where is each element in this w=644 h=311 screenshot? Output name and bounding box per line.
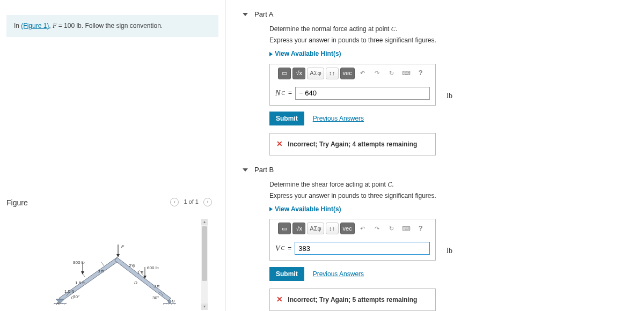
part-b-body: Determine the shear force acting at poin… [269,180,631,311]
part-a-feedback-text: Incorrect; Try Again; 4 attempts remaini… [288,140,417,148]
part-a-input-block: ▭ √x ΑΣφ ↕↑ vec ↶ ↷ ↻ ⌨ ? NC= [269,64,436,106]
ps-prefix: In [14,22,21,29]
part-a-answer-input[interactable] [295,87,430,100]
part-a-previous-answers[interactable]: Previous Answers [313,114,364,123]
point-D: D [134,280,137,285]
figure-link[interactable]: (Figure 1) [21,22,49,29]
figure-counter: 1 of 1 [184,198,199,205]
figure-section: Figure ‹ 1 of 1 › ▴ ▾ [0,198,225,310]
dim-3ft-a: 3 ft [98,269,104,273]
svg-marker-1 [115,257,171,301]
part-b-var: V [275,243,280,254]
angle-left: 30° [73,294,79,299]
part-a-instructions: Express your answer in pounds to three s… [269,36,631,45]
truss-diagram: F 800 lb 600 lb 3 ft 2 ft 1 ft 3 ft [54,240,177,305]
part-b-instructions: Express your answer in pounds to three s… [269,191,631,201]
angle-right: 30° [152,295,159,300]
left-panel: In (Figure 1), F = 100 lb. Follow the si… [0,0,225,311]
part-b-answer-input[interactable] [295,242,430,255]
dim-15a: 1.5 ft [75,280,85,285]
greek-button[interactable]: ΑΣφ [307,223,324,234]
arrow-right-icon [269,52,273,56]
equals-sign: = [288,88,292,98]
part-b-header[interactable]: Part B [243,165,631,175]
scroll-down-icon[interactable]: ▾ [201,303,208,310]
label-800: 800 lb [73,260,85,265]
greek-button[interactable]: ΑΣφ [307,68,324,79]
templates-button[interactable]: ▭ [278,223,291,234]
part-b-prompt: Determine the shear force acting at poin… [269,180,631,189]
part-a-sub: C [281,90,285,97]
figure-area: ▴ ▾ [16,219,209,310]
label-600: 600 lb [147,265,159,270]
part-a-answer-row: NC= [270,83,435,105]
part-a-unit: lb [447,92,452,100]
figure-nav: ‹ 1 of 1 › [169,198,213,206]
part-b-previous-answers[interactable]: Previous Answers [313,270,364,279]
problem-statement: In (Figure 1), F = 100 lb. Follow the si… [6,15,218,37]
keyboard-button[interactable]: ⌨ [400,223,413,234]
point-A: A [56,301,59,305]
vec-button[interactable]: vec [340,223,355,234]
redo-button[interactable]: ↷ [371,68,384,79]
figure-scrollbar[interactable]: ▴ ▾ [201,219,208,310]
dim-1ft: 1 ft [137,270,144,275]
part-b-answer-row: VC= [270,238,435,260]
help-button[interactable]: ? [414,68,427,79]
part-b-feedback: ✕ Incorrect; Try Again; 5 attempts remai… [269,288,436,311]
scroll-up-icon[interactable]: ▴ [201,219,208,225]
equals-sign: = [288,244,291,253]
figure-title: Figure [6,198,28,207]
figure-next-button[interactable]: › [203,198,212,206]
point-B: B [172,299,175,303]
undo-button[interactable]: ↶ [356,223,369,234]
part-b-toolbar: ▭ √x ΑΣφ ↕↑ vec ↶ ↷ ↻ ⌨ ? [270,219,435,238]
part-a-hints[interactable]: View Available Hint(s) [269,49,631,58]
chevron-down-icon [243,13,248,16]
ps-unit: lb [76,22,81,29]
arrows-button[interactable]: ↕↑ [326,68,339,79]
part-b-sub: C [281,245,285,252]
part-a-toolbar: ▭ √x ΑΣφ ↕↑ vec ↶ ↷ ↻ ⌨ ? [270,64,435,83]
part-a-actions: Submit Previous Answers [269,112,631,125]
part-a-body: Determine the normal force acting at poi… [269,25,631,156]
part-a-header[interactable]: Part A [243,10,631,19]
arrow-right-icon [269,207,273,211]
part-a-prompt: Determine the normal force acting at poi… [269,25,631,34]
scroll-thumb[interactable] [202,226,207,281]
svg-marker-17 [116,254,120,257]
templates-button[interactable]: ▭ [278,68,291,79]
keyboard-button[interactable]: ⌨ [400,68,413,79]
dim-2ft: 2 ft [129,263,135,268]
math-button[interactable]: √x [292,223,305,234]
part-b-actions: Submit Previous Answers [269,267,631,281]
part-b-title: Part B [254,165,274,175]
svg-point-9 [168,300,171,303]
vec-button[interactable]: vec [340,68,355,79]
help-button[interactable]: ? [414,223,427,234]
point-C: C [71,295,74,300]
figure-prev-button[interactable]: ‹ [170,198,179,206]
part-b-hints[interactable]: View Available Hint(s) [269,205,631,214]
right-panel: Part A Determine the normal force acting… [225,0,644,311]
part-b-input-block: ▭ √x ΑΣφ ↕↑ vec ↶ ↷ ↻ ⌨ ? VC= [269,219,436,261]
part-b-feedback-text: Incorrect; Try Again; 5 attempts remaini… [288,296,417,303]
error-icon: ✕ [276,295,283,303]
part-b-unit: lb [447,247,452,255]
redo-button[interactable]: ↷ [371,223,384,234]
undo-button[interactable]: ↶ [356,68,369,79]
math-button[interactable]: √x [292,68,305,79]
ps-eq: = 100 [56,22,76,29]
dim-15b: 1.5 ft [64,289,75,294]
arrows-button[interactable]: ↕↑ [326,223,339,234]
error-icon: ✕ [276,139,283,148]
ps-suffix: . Follow the sign convention. [82,22,163,29]
part-a-feedback: ✕ Incorrect; Try Again; 4 attempts remai… [269,133,436,156]
part-a-var: N [275,88,280,99]
dim-3ft-b: 3 ft [153,284,160,288]
part-b-submit-button[interactable]: Submit [269,267,304,281]
reset-button[interactable]: ↻ [385,68,398,79]
reset-button[interactable]: ↻ [385,223,398,234]
part-a-submit-button[interactable]: Submit [269,112,304,125]
svg-line-23 [101,262,104,266]
